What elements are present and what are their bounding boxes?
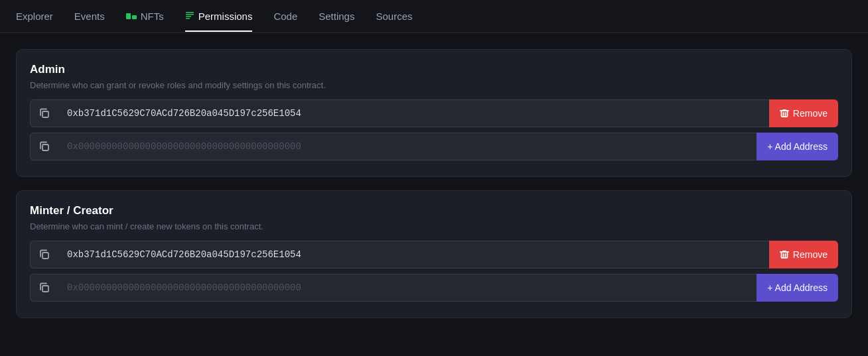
- minter-address-row-1: Remove: [30, 241, 838, 268]
- svg-rect-5: [781, 111, 787, 117]
- svg-rect-1: [186, 14, 194, 15]
- trash-icon-1: [780, 109, 789, 118]
- svg-rect-10: [781, 252, 787, 258]
- nav-label-sources: Sources: [376, 11, 412, 22]
- nav-item-explorer[interactable]: Explorer: [16, 1, 53, 31]
- nft-icon: [126, 13, 137, 19]
- minter-description: Determine who can mint / create new toke…: [30, 221, 838, 231]
- minter-address-input-1[interactable]: [58, 241, 769, 268]
- copy-icon-3: [39, 249, 50, 260]
- admin-copy-button-2[interactable]: [30, 133, 58, 160]
- admin-address-row-1: Remove: [30, 99, 838, 127]
- admin-address-row-2: + Add Address: [30, 133, 838, 160]
- copy-icon-2: [39, 141, 50, 152]
- copy-icon-4: [39, 282, 50, 293]
- admin-copy-button-1[interactable]: [30, 99, 58, 127]
- nav-item-events[interactable]: Events: [74, 1, 105, 31]
- admin-title: Admin: [30, 63, 838, 76]
- admin-address-input-2[interactable]: [58, 133, 757, 160]
- minter-copy-button-1[interactable]: [30, 241, 58, 268]
- admin-add-label: + Add Address: [767, 141, 828, 152]
- nav-label-events: Events: [74, 11, 105, 22]
- permissions-icon: [185, 12, 194, 21]
- admin-remove-label-1: Remove: [793, 108, 828, 119]
- nav-item-settings[interactable]: Settings: [319, 1, 354, 31]
- trash-icon-2: [780, 250, 789, 259]
- admin-description: Determine who can grant or revoke roles …: [30, 80, 838, 90]
- admin-remove-button-1[interactable]: Remove: [769, 99, 838, 127]
- admin-add-button[interactable]: + Add Address: [757, 133, 838, 160]
- admin-section: Admin Determine who can grant or revoke …: [16, 49, 852, 177]
- main-content: Admin Determine who can grant or revoke …: [0, 33, 868, 334]
- nav-label-permissions: Permissions: [198, 11, 253, 22]
- nav-label-nfts: NFTs: [141, 11, 164, 22]
- svg-rect-13: [42, 286, 48, 292]
- minter-address-row-2: + Add Address: [30, 274, 838, 302]
- nav-item-code[interactable]: Code: [273, 1, 297, 31]
- copy-icon-1: [39, 108, 50, 119]
- nav-label-settings: Settings: [319, 11, 354, 22]
- minter-address-input-2[interactable]: [58, 274, 757, 302]
- svg-rect-2: [186, 16, 191, 17]
- minter-title: Minter / Creator: [30, 204, 838, 217]
- svg-rect-0: [186, 12, 194, 13]
- svg-rect-8: [42, 145, 48, 150]
- admin-address-input-1[interactable]: [58, 99, 769, 127]
- main-nav: Explorer Events NFTs Permissions Code Se…: [0, 0, 868, 33]
- minter-remove-button-1[interactable]: Remove: [769, 241, 838, 268]
- svg-rect-3: [186, 18, 190, 19]
- svg-rect-9: [42, 253, 48, 259]
- nav-item-nfts[interactable]: NFTs: [126, 1, 164, 31]
- nav-label-code: Code: [273, 11, 297, 22]
- minter-add-label: + Add Address: [767, 282, 828, 293]
- svg-rect-4: [42, 111, 48, 117]
- nav-item-sources[interactable]: Sources: [376, 1, 412, 31]
- minter-section: Minter / Creator Determine who can mint …: [16, 190, 852, 318]
- minter-remove-label-1: Remove: [793, 249, 828, 260]
- nav-label-explorer: Explorer: [16, 11, 53, 22]
- minter-copy-button-2[interactable]: [30, 274, 58, 302]
- minter-add-button[interactable]: + Add Address: [757, 274, 838, 302]
- nav-item-permissions[interactable]: Permissions: [185, 1, 253, 31]
